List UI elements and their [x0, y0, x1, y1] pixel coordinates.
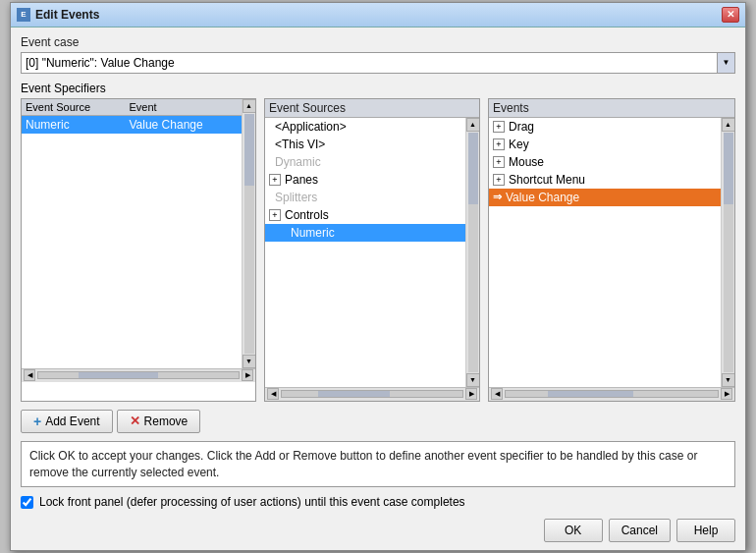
edit-events-window: E Edit Events ✕ Event case [0] "Numeric"…: [10, 2, 746, 552]
left-hthumb: [79, 372, 159, 378]
right-hscrollbar[interactable]: ◀ ▶: [489, 387, 734, 401]
event-mouse-expand[interactable]: +: [493, 156, 505, 168]
col-event: Event: [125, 99, 242, 116]
events-scroll[interactable]: + Drag + Key + Mouse: [489, 118, 721, 387]
event-case-dropdown[interactable]: [0] "Numeric": Value Change: [21, 52, 718, 74]
tree-item-application[interactable]: <Application>: [265, 118, 465, 136]
right-htrack: [505, 390, 719, 398]
sources-scroll[interactable]: <Application> <This VI> Dynamic: [265, 118, 465, 387]
checkbox-row: Lock front panel (defer processing of us…: [21, 495, 735, 509]
mid-hscrollbar[interactable]: ◀ ▶: [265, 387, 479, 401]
spec-row[interactable]: Numeric Value Change: [22, 115, 242, 134]
event-arrow-icon: ⇒: [493, 191, 502, 203]
right-vscrollbar[interactable]: ▲ ▼: [721, 118, 734, 387]
tree-controls-label: Controls: [285, 208, 329, 222]
event-case-dropdown-arrow[interactable]: ▼: [718, 52, 735, 74]
help-label: Help: [694, 524, 719, 537]
event-specifiers-label: Event Specifiers: [21, 82, 735, 95]
mid-scroll-down[interactable]: ▼: [466, 373, 480, 387]
right-scroll-left[interactable]: ◀: [491, 388, 503, 400]
left-scroll-left[interactable]: ◀: [24, 369, 35, 381]
right-scroll-down[interactable]: ▼: [722, 373, 735, 387]
panel-inner-mid: <Application> <This VI> Dynamic: [265, 118, 479, 387]
plus-icon: +: [33, 414, 41, 429]
event-sources-panel: Event Sources <Application> <This VI>: [264, 98, 480, 402]
remove-label: Remove: [144, 415, 189, 428]
ok-label: OK: [565, 524, 581, 537]
mid-vscrollbar[interactable]: ▲ ▼: [465, 118, 479, 387]
left-vscrollbar[interactable]: ▲ ▼: [242, 99, 255, 368]
window-title: Edit Events: [35, 8, 99, 22]
ok-button[interactable]: OK: [544, 519, 603, 542]
right-scroll-track: [724, 133, 733, 372]
tree-thisvi-label: <This VI>: [275, 138, 325, 151]
spec-source: Numeric: [22, 115, 125, 134]
events-panel: Events + Drag + Key: [488, 98, 735, 402]
event-mouse-label: Mouse: [509, 155, 544, 169]
tree-application-label: <Application>: [275, 120, 347, 134]
event-valuechange-label: Value Change: [506, 191, 579, 204]
remove-button[interactable]: ✕ Remove: [117, 410, 201, 433]
event-drag-label: Drag: [509, 120, 534, 134]
col-event-source: Event Source: [22, 99, 125, 116]
event-drag-expand[interactable]: +: [493, 121, 505, 133]
right-scroll-up[interactable]: ▲: [722, 118, 735, 132]
event-item-key[interactable]: + Key: [489, 136, 721, 153]
help-button[interactable]: Help: [676, 519, 735, 542]
mid-hthumb: [318, 391, 391, 397]
close-button[interactable]: ✕: [722, 7, 739, 23]
left-scroll-down[interactable]: ▼: [243, 355, 256, 368]
left-scroll-thumb: [244, 114, 254, 186]
tree-item-numeric[interactable]: Numeric: [265, 224, 465, 242]
window-icon: E: [17, 8, 30, 22]
right-hthumb: [548, 391, 632, 397]
mid-scroll-track: [468, 133, 478, 372]
panel-inner-right: + Drag + Key + Mouse: [489, 118, 734, 387]
mid-htrack: [281, 390, 463, 398]
bottom-message: Click OK to accept your changes. Click t…: [21, 441, 735, 488]
left-scroll-up[interactable]: ▲: [243, 99, 256, 113]
event-specifiers-panel: Event Source Event Numeric Value Change: [21, 98, 256, 402]
specifiers-scroll[interactable]: Event Source Event Numeric Value Change: [22, 99, 242, 368]
right-scroll-right[interactable]: ▶: [721, 388, 732, 400]
dialog-buttons: OK Cancel Help: [21, 519, 735, 542]
panels-row: Event Source Event Numeric Value Change: [21, 98, 735, 402]
mid-scroll-up[interactable]: ▲: [466, 118, 480, 132]
left-hscrollbar[interactable]: ◀ ▶: [22, 368, 255, 382]
tree-item-splitters[interactable]: Splitters: [265, 189, 465, 206]
tree-dynamic-label: Dynamic: [275, 155, 321, 169]
tree-panes-expand[interactable]: +: [269, 174, 281, 186]
panel-inner-left: Event Source Event Numeric Value Change: [22, 99, 255, 368]
events-header: Events: [489, 99, 734, 118]
event-item-valuechange[interactable]: ⇒ Value Change: [489, 189, 721, 206]
add-remove-row: + Add Event ✕ Remove: [21, 410, 735, 433]
tree-item-panes[interactable]: + Panes: [265, 171, 465, 189]
left-htrack: [37, 371, 240, 379]
right-scroll-thumb: [724, 133, 733, 204]
event-key-expand[interactable]: +: [493, 138, 505, 150]
event-item-mouse[interactable]: + Mouse: [489, 153, 721, 171]
event-item-shortcut[interactable]: + Shortcut Menu: [489, 171, 721, 189]
tree-controls-expand[interactable]: +: [269, 209, 281, 221]
event-key-label: Key: [509, 138, 529, 151]
tree-item-controls[interactable]: + Controls: [265, 206, 465, 224]
lock-checkbox[interactable]: [21, 496, 33, 509]
spec-table: Event Source Event Numeric Value Change: [22, 99, 242, 134]
title-bar: E Edit Events ✕: [11, 3, 745, 28]
event-case-row: [0] "Numeric": Value Change ▼: [21, 52, 735, 74]
left-scroll-track: [244, 114, 254, 354]
event-item-drag[interactable]: + Drag: [489, 118, 721, 136]
add-event-button[interactable]: + Add Event: [21, 410, 113, 433]
tree-item-dynamic[interactable]: Dynamic: [265, 153, 465, 171]
title-bar-left: E Edit Events: [17, 8, 99, 22]
mid-scroll-right[interactable]: ▶: [465, 388, 477, 400]
dialog-content: Event case [0] "Numeric": Value Change ▼…: [11, 28, 745, 551]
event-shortcut-label: Shortcut Menu: [509, 173, 585, 187]
cancel-button[interactable]: Cancel: [609, 519, 671, 542]
event-sources-header: Event Sources: [265, 99, 479, 118]
mid-scroll-left[interactable]: ◀: [267, 388, 279, 400]
left-scroll-right[interactable]: ▶: [242, 369, 253, 381]
add-event-label: Add Event: [45, 415, 99, 428]
event-shortcut-expand[interactable]: +: [493, 174, 505, 186]
tree-item-thisvi[interactable]: <This VI>: [265, 136, 465, 153]
